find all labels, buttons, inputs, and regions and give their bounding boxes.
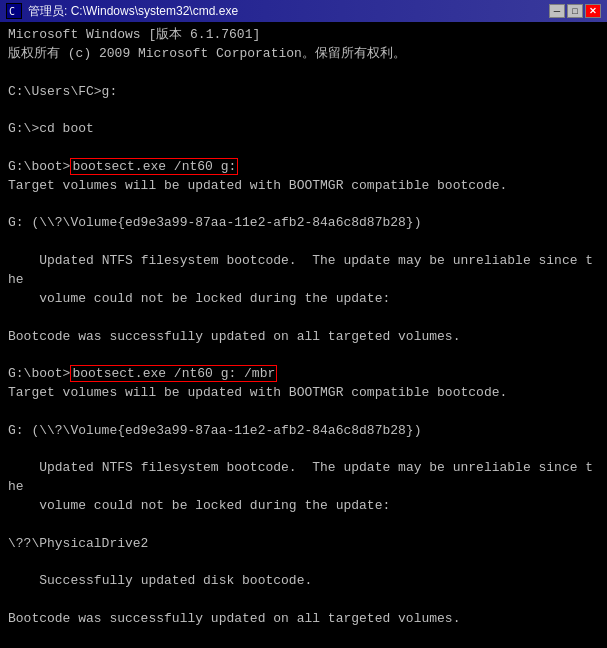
line-9: Target volumes will be updated with BOOT… (8, 177, 599, 196)
svg-text:C: C (9, 6, 15, 17)
line-31 (8, 629, 599, 648)
line-13: Updated NTFS filesystem bootcode. The up… (8, 252, 599, 290)
line-27 (8, 554, 599, 573)
line-12 (8, 233, 599, 252)
minimize-button[interactable]: ─ (549, 4, 565, 18)
line-23: Updated NTFS filesystem bootcode. The up… (8, 459, 599, 497)
line-4: C:\Users\FC>g: (8, 83, 599, 102)
line-21: G: (\\?\Volume{ed9e3a99-87aa-11e2-afb2-8… (8, 422, 599, 441)
line-11: G: (\\?\Volume{ed9e3a99-87aa-11e2-afb2-8… (8, 214, 599, 233)
line-24: volume could not be locked during the up… (8, 497, 599, 516)
line-5 (8, 101, 599, 120)
cmd-icon: C (6, 3, 22, 19)
line-7 (8, 139, 599, 158)
line-14: volume could not be locked during the up… (8, 290, 599, 309)
cmd-box-1: bootsect.exe /nt60 g: (70, 158, 238, 175)
line-18: G:\boot>bootsect.exe /nt60 g: /mbr (8, 365, 599, 384)
line-8: G:\boot>bootsect.exe /nt60 g: (8, 158, 599, 177)
line-28: Successfully updated disk bootcode. (8, 572, 599, 591)
maximize-button[interactable]: □ (567, 4, 583, 18)
line-3 (8, 64, 599, 83)
console-area: Microsoft Windows [版本 6.1.7601] 版权所有 (c)… (0, 22, 607, 648)
line-6: G:\>cd boot (8, 120, 599, 139)
line-25 (8, 516, 599, 535)
line-16: Bootcode was successfully updated on all… (8, 328, 599, 347)
line-20 (8, 403, 599, 422)
line-29 (8, 591, 599, 610)
line-2: 版权所有 (c) 2009 Microsoft Corporation。保留所有… (8, 45, 599, 64)
cmd-box-2: bootsect.exe /nt60 g: /mbr (70, 365, 277, 382)
line-10 (8, 196, 599, 215)
line-15 (8, 309, 599, 328)
line-30: Bootcode was successfully updated on all… (8, 610, 599, 629)
window-title: 管理员: C:\Windows\system32\cmd.exe (28, 3, 238, 20)
titlebar-buttons: ─ □ ✕ (549, 4, 601, 18)
line-1: Microsoft Windows [版本 6.1.7601] (8, 26, 599, 45)
titlebar: C 管理员: C:\Windows\system32\cmd.exe ─ □ ✕ (0, 0, 607, 22)
line-26: \??\PhysicalDrive2 (8, 535, 599, 554)
line-19: Target volumes will be updated with BOOT… (8, 384, 599, 403)
titlebar-left: C 管理员: C:\Windows\system32\cmd.exe (6, 3, 238, 20)
window: C 管理员: C:\Windows\system32\cmd.exe ─ □ ✕… (0, 0, 607, 648)
line-22 (8, 441, 599, 460)
close-button[interactable]: ✕ (585, 4, 601, 18)
line-17 (8, 346, 599, 365)
